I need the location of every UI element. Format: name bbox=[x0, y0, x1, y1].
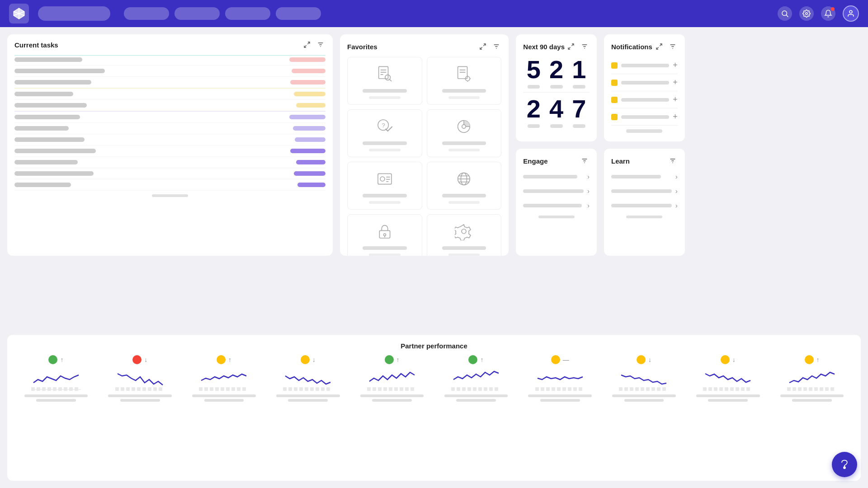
svg-rect-140 bbox=[708, 387, 712, 391]
svg-line-13 bbox=[484, 44, 486, 46]
chevron-right-icon: › bbox=[587, 202, 590, 209]
tasks-filter-icon[interactable] bbox=[316, 40, 326, 50]
perf-item: ↑ bbox=[16, 355, 96, 402]
task-label bbox=[14, 137, 85, 142]
svg-rect-150 bbox=[798, 387, 802, 391]
svg-rect-131 bbox=[624, 387, 628, 391]
notif-add-button[interactable]: + bbox=[673, 78, 678, 87]
engage-bar bbox=[523, 175, 577, 178]
fav-doc-settings-icon bbox=[453, 63, 475, 85]
svg-rect-91 bbox=[231, 387, 235, 391]
svg-rect-143 bbox=[725, 387, 728, 391]
engage-card: Engage › bbox=[516, 149, 597, 256]
fav-item[interactable] bbox=[347, 162, 422, 210]
svg-rect-133 bbox=[635, 387, 639, 391]
perf-label-line-sm bbox=[624, 399, 664, 402]
next90-row2: 2 4 7 bbox=[523, 96, 590, 128]
perf-label-line-sm bbox=[204, 399, 244, 402]
svg-rect-69 bbox=[42, 387, 46, 391]
fab-help-button[interactable] bbox=[832, 452, 857, 477]
task-bar bbox=[290, 80, 326, 84]
learn-filter-icon[interactable] bbox=[668, 156, 678, 166]
notif-add-button[interactable]: + bbox=[673, 95, 678, 104]
notif-add-button[interactable]: + bbox=[673, 112, 678, 122]
task-bar bbox=[289, 115, 326, 119]
settings-icon[interactable] bbox=[799, 6, 814, 21]
fav-item[interactable] bbox=[427, 57, 502, 105]
fav-item[interactable]: ? bbox=[347, 109, 422, 157]
perf-item: ↑ bbox=[352, 355, 432, 402]
engage-filter-icon[interactable] bbox=[580, 156, 590, 166]
perf-label-line bbox=[192, 394, 256, 397]
perf-label-line-sm bbox=[372, 399, 412, 402]
svg-line-55 bbox=[660, 44, 662, 46]
fav-item[interactable] bbox=[347, 57, 422, 105]
svg-rect-82 bbox=[148, 387, 151, 391]
task-bar bbox=[294, 171, 326, 176]
perf-label-line bbox=[780, 394, 844, 397]
notif-title: Notifications bbox=[611, 43, 652, 51]
engage-scrollbar[interactable] bbox=[538, 216, 575, 218]
learn-scrollbar[interactable] bbox=[626, 216, 662, 218]
notif-expand-icon[interactable] bbox=[654, 42, 664, 52]
user-avatar[interactable] bbox=[843, 5, 859, 22]
favorites-filter-icon[interactable] bbox=[491, 42, 501, 52]
search-input[interactable] bbox=[38, 6, 110, 21]
task-label bbox=[14, 103, 87, 108]
perf-header: ↑ bbox=[805, 355, 820, 364]
svg-rect-155 bbox=[825, 387, 829, 391]
chevron-right-icon: › bbox=[587, 173, 590, 180]
current-tasks-card: Current tasks bbox=[7, 34, 333, 256]
perf-label-line-sm bbox=[708, 399, 748, 402]
svg-rect-94 bbox=[283, 387, 287, 391]
perf-status-dot bbox=[551, 355, 560, 364]
nav-item-1[interactable] bbox=[124, 7, 169, 20]
notifications-icon[interactable] bbox=[821, 6, 835, 21]
next90-filter-icon[interactable] bbox=[580, 42, 590, 52]
fav-item[interactable] bbox=[427, 109, 502, 157]
notif-item: + bbox=[611, 74, 678, 91]
svg-line-5 bbox=[786, 15, 788, 17]
learn-item[interactable]: › bbox=[611, 200, 678, 211]
nav-item-4[interactable] bbox=[276, 7, 321, 20]
favorites-expand-icon[interactable] bbox=[478, 42, 488, 52]
notif-filter-icon[interactable] bbox=[668, 42, 678, 52]
fav-item[interactable] bbox=[427, 214, 502, 256]
task-bar bbox=[292, 69, 326, 73]
nav-item-2[interactable] bbox=[175, 7, 220, 20]
nav-item-3[interactable] bbox=[225, 7, 270, 20]
search-icon[interactable] bbox=[778, 6, 792, 21]
sparkline-chart bbox=[703, 367, 753, 392]
svg-line-23 bbox=[390, 80, 392, 81]
table-row bbox=[14, 88, 326, 100]
notif-add-button[interactable]: + bbox=[673, 61, 678, 70]
engage-item[interactable]: › bbox=[523, 186, 590, 197]
engage-item[interactable]: › bbox=[523, 171, 590, 182]
tasks-expand-icon[interactable] bbox=[302, 40, 312, 50]
table-row bbox=[14, 123, 326, 134]
svg-rect-138 bbox=[662, 387, 666, 391]
fav-item[interactable] bbox=[347, 214, 422, 256]
perf-status-dot bbox=[637, 355, 646, 364]
tasks-scrollbar[interactable] bbox=[152, 194, 188, 197]
svg-rect-93 bbox=[242, 387, 246, 391]
learn-item[interactable]: › bbox=[611, 171, 678, 182]
svg-rect-120 bbox=[495, 387, 498, 391]
fav-id-icon bbox=[373, 168, 396, 190]
svg-rect-145 bbox=[736, 387, 739, 391]
fav-item[interactable] bbox=[427, 162, 502, 210]
svg-rect-67 bbox=[31, 387, 35, 391]
perf-labels bbox=[520, 394, 600, 402]
next90-expand-icon[interactable] bbox=[566, 42, 576, 52]
perf-header: ↓ bbox=[637, 355, 651, 364]
svg-rect-78 bbox=[126, 387, 130, 391]
engage-item[interactable]: › bbox=[523, 200, 590, 211]
divider bbox=[523, 92, 590, 93]
perf-arrow-neutral-icon: — bbox=[563, 356, 569, 363]
perf-label-line-sm bbox=[540, 399, 580, 402]
logo[interactable] bbox=[9, 4, 29, 23]
learn-item[interactable]: › bbox=[611, 186, 678, 197]
perf-arrow-down-icon: ↓ bbox=[312, 356, 316, 363]
main-nav bbox=[124, 7, 321, 20]
svg-rect-89 bbox=[221, 387, 224, 391]
